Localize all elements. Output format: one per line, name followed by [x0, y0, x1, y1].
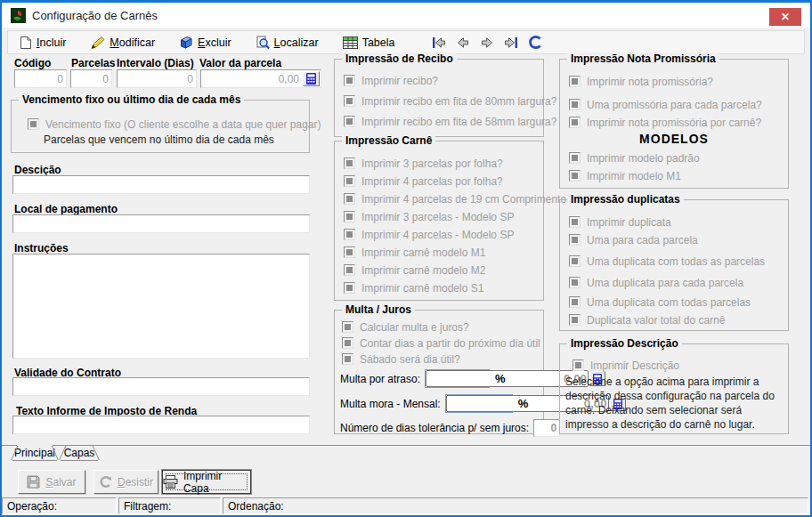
recibo-group-title: Impressão de Recibo — [342, 53, 457, 65]
descicao-input[interactable] — [13, 176, 309, 193]
checkbox-grayed-icon — [569, 99, 581, 110]
codigo-input[interactable] — [15, 70, 66, 87]
modificar-button[interactable]: Modificar — [90, 36, 155, 50]
checkbox-grayed-icon — [569, 296, 581, 308]
vencimento-group-title: Vencimento fixo ou último dia de cada mê… — [19, 93, 244, 106]
checkbox-uma-cada-parcela[interactable]: Uma para cada parcela — [569, 233, 698, 246]
descicao-label: Descição — [14, 164, 61, 176]
checkbox-vencimento-fixo[interactable]: Vencimento fixo (O cliente escolhe a dat… — [28, 117, 321, 131]
imprimir-capa-label: Imprimir Capa — [183, 470, 250, 495]
multa-atraso-label: Multa por atraso: — [340, 373, 420, 385]
percent-sign: % — [495, 372, 506, 385]
checkbox-duplicata-todas-parcelas[interactable]: Uma duplicata com todas parcelas — [569, 295, 751, 309]
checkbox-imprimir-promissoria[interactable]: Imprimir nota promissória? — [569, 75, 713, 88]
checkbox-grayed-icon — [342, 353, 353, 365]
checkbox-imprimir-descricao[interactable]: Imprimir Descrição — [572, 359, 679, 372]
checkbox-contar-dias[interactable]: Contar dias a partir do próximo dia útil — [342, 336, 540, 350]
titlebar: Configuração de Carnês ✕ — [2, 3, 810, 28]
close-button[interactable]: ✕ — [769, 8, 801, 26]
toolbar: Incluir Modificar Excluir Localizar Tabe… — [7, 30, 805, 54]
refresh-button[interactable] — [527, 36, 543, 50]
validade-input[interactable] — [13, 378, 309, 395]
incluir-label: Incluir — [37, 36, 66, 49]
codigo-field-wrap — [14, 69, 67, 88]
checkbox-duplicata-todas-as-parcelas[interactable]: Uma duplicata com todas as parcelas — [569, 254, 765, 268]
valor-field-wrap — [200, 69, 321, 88]
record-navigation — [431, 36, 543, 50]
checkbox-carne-s1[interactable]: Imprimir carnê modelo S1 — [344, 281, 566, 295]
checkbox-grayed-icon — [344, 229, 355, 240]
nav-next-button[interactable] — [479, 36, 495, 50]
checkbox-grayed-icon — [569, 216, 581, 228]
instrucoes-textarea[interactable] — [13, 254, 309, 358]
app-window: Configuração de Carnês ✕ Incluir Modific… — [0, 0, 812, 517]
promissoria-group-title: Impressão Nota Promissória — [567, 53, 719, 65]
checkbox-recibo-80mm[interactable]: Imprimir recibo em fita de 80mm largura? — [344, 94, 556, 108]
tolerancia-input[interactable] — [534, 420, 559, 436]
tolerancia-field-wrap — [533, 419, 560, 437]
tabela-button[interactable]: Tabela — [343, 36, 395, 49]
checkbox-grayed-icon — [344, 158, 355, 169]
search-icon — [256, 36, 270, 50]
undo-icon — [99, 475, 112, 489]
checkbox-duplicata-valor-total[interactable]: Duplicata valor total do carnê — [569, 313, 725, 327]
incluir-button[interactable]: Incluir — [20, 36, 66, 50]
multa-atraso-field-wrap — [425, 369, 490, 388]
valor-calculator-button[interactable] — [303, 71, 320, 86]
excluir-button[interactable]: Excluir — [179, 36, 231, 50]
checkbox-grayed-icon — [344, 264, 355, 276]
checkbox-calcular-multa[interactable]: Calcular multa e juros? — [342, 320, 540, 334]
checkbox-3-parcelas-sp[interactable]: Imprimir 3 parcelas - Modelo SP — [344, 210, 566, 223]
checkbox-duplicata-para-cada-parcela[interactable]: Uma duplicata para cada parcela — [569, 276, 743, 289]
checkbox-carne-m1[interactable]: Imprimir carnê modelo M1 — [344, 246, 566, 259]
vencimento-note: Parcelas que vencem no último dia de cad… — [44, 133, 274, 146]
checkbox-sabado-util[interactable]: Sábado será dia útil? — [342, 352, 540, 366]
intervalo-input[interactable] — [118, 70, 196, 87]
salvar-button[interactable]: Salvar — [18, 470, 85, 494]
excluir-label: Excluir — [198, 36, 231, 49]
desistir-button[interactable]: Desistir — [93, 470, 158, 494]
checkbox-modelo-m1[interactable]: Imprimir modelo M1 — [569, 169, 681, 182]
nav-last-button[interactable] — [503, 36, 519, 50]
imprimir-capa-button[interactable]: Imprimir Capa — [162, 470, 251, 494]
descricao-note: Selecione a opção acima para imprimir a … — [565, 375, 784, 432]
multa-mora-label: Multa mora - Mensal: — [340, 398, 441, 410]
localizar-button[interactable]: Localizar — [256, 36, 319, 50]
tab-capas[interactable]: Capas — [61, 445, 98, 461]
checkbox-3-parcelas-folha[interactable]: Imprimir 3 parcelas por folha? — [344, 157, 566, 170]
nav-first-button[interactable] — [431, 36, 447, 50]
tabset-divider — [2, 445, 810, 446]
checkbox-recibo-58mm[interactable]: Imprimir recibo em fita de 58mm largura? — [344, 115, 556, 128]
parcelas-field-wrap — [70, 69, 112, 88]
local-input[interactable] — [13, 215, 309, 232]
checkbox-grayed-icon — [344, 95, 355, 107]
checkbox-imprimir-recibo[interactable]: Imprimir recibo? — [344, 74, 556, 87]
checkbox-4-parcelas-19cm[interactable]: Imprimir 4 parcelas de 19 cm Comprimento — [344, 192, 566, 206]
valor-input[interactable] — [201, 70, 302, 87]
multa-mora-field-wrap — [445, 394, 513, 413]
percent-sign: % — [518, 397, 529, 410]
instrucoes-field-wrap — [12, 254, 310, 359]
checkbox-modelo-padrao[interactable]: Imprimir modelo padrão — [569, 151, 700, 165]
checkbox-promissoria-cada-parcela[interactable]: Uma promissória para cada parcela? — [569, 98, 762, 111]
tab-principal[interactable]: Principal — [12, 445, 57, 461]
codigo-label: Código — [14, 57, 51, 69]
intervalo-label: Intervalo (Dias) — [117, 57, 194, 69]
checkbox-imprimir-duplicata[interactable]: Imprimir duplicata — [569, 215, 671, 229]
checkbox-grayed-icon — [569, 117, 581, 128]
checkbox-4-parcelas-sp[interactable]: Imprimir 4 parcelas - Modelo SP — [344, 228, 566, 241]
texto-ir-input[interactable] — [13, 416, 309, 433]
checkbox-grayed-icon — [344, 246, 355, 258]
checkbox-carne-m2[interactable]: Imprimir carnê modelo M2 — [344, 263, 566, 277]
table-icon — [343, 36, 358, 49]
checkbox-grayed-icon — [569, 255, 581, 267]
checkbox-4-parcelas-folha[interactable]: Imprimir 4 parcelas por folha? — [344, 174, 566, 188]
parcelas-input[interactable] — [71, 70, 111, 87]
checkbox-grayed-icon — [344, 75, 355, 86]
checkbox-promissoria-por-carne[interactable]: Imprimir nota promissória por carnê? — [569, 116, 761, 129]
tab-principal-active-mask — [17, 445, 53, 446]
intervalo-field-wrap — [117, 69, 197, 88]
instrucoes-label: Instruções — [14, 242, 69, 254]
nav-previous-button[interactable] — [455, 36, 471, 50]
descricao-group-title: Impressão Descrição — [567, 337, 682, 350]
